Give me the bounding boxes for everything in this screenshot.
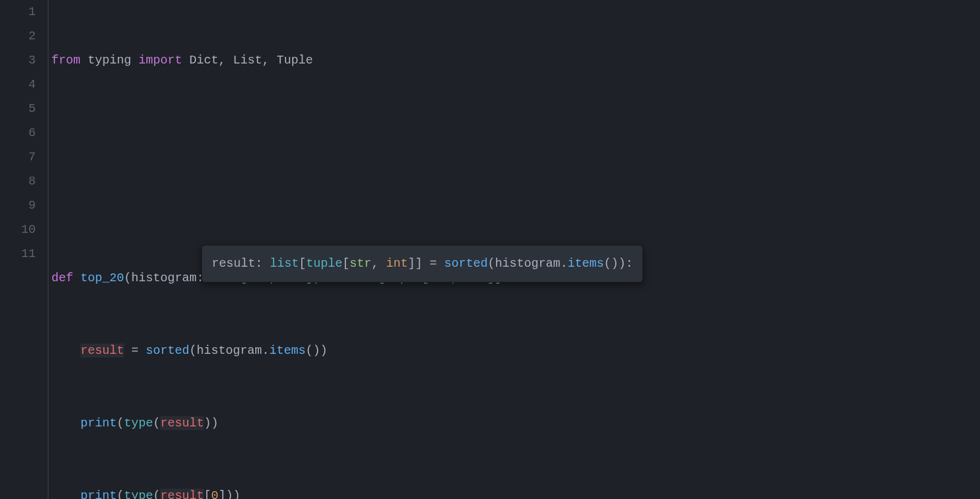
code-line[interactable] bbox=[51, 121, 980, 145]
line-number: 8 bbox=[0, 169, 36, 194]
line-number: 10 bbox=[0, 218, 36, 242]
code-line[interactable]: from typing import Dict, List, Tuple bbox=[51, 48, 980, 73]
line-number: 9 bbox=[0, 194, 36, 218]
code-line[interactable] bbox=[51, 194, 980, 218]
line-number: 7 bbox=[0, 145, 36, 169]
line-number: 3 bbox=[0, 48, 36, 73]
code-line[interactable]: print(type(result)) bbox=[51, 411, 980, 435]
code-line[interactable]: result = sorted(histogram.items()) bbox=[51, 339, 980, 363]
hover-tooltip: result: list[tuple[str, int]] = sorted(h… bbox=[201, 245, 643, 282]
line-number: 11 bbox=[0, 242, 36, 266]
line-number: 2 bbox=[0, 24, 36, 48]
code-line[interactable]: print(type(result[0])) bbox=[51, 484, 980, 499]
line-number: 5 bbox=[0, 97, 36, 121]
line-number-gutter: 1 2 3 4 5 6 7 8 9 10 11 bbox=[0, 0, 48, 499]
line-number: 1 bbox=[0, 0, 36, 24]
line-number: 4 bbox=[0, 73, 36, 97]
line-number: 6 bbox=[0, 121, 36, 145]
